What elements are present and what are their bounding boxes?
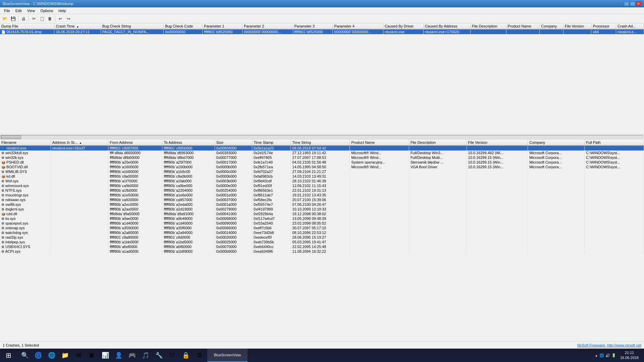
col-file-desc[interactable]: File Description <box>470 23 506 29</box>
taskbar-search[interactable]: 🔍 <box>18 349 32 362</box>
driver-row[interactable]: ⚙ dxgkrnl.sys fffff80b`a2ax0000 fffff80b… <box>0 207 644 212</box>
col-param4[interactable]: Parameter 4 <box>333 23 383 29</box>
menu-view[interactable]: View <box>24 8 38 13</box>
title-bar: BlueScreenView - C:\WINDOWS\Minidump ─ □… <box>0 0 644 7</box>
driver-row[interactable]: 🔵 ntoskrnl.exe ntoskrnl.exe+19ccf7 fffff… <box>0 145 644 150</box>
cell-fullpath <box>585 169 644 174</box>
restore-button[interactable]: □ <box>630 1 635 6</box>
driver-row[interactable]: ⚙ win32kfull.sys ffff d8da`d8600000 ffff… <box>0 150 644 155</box>
taskbar-tools[interactable]: 🔧 <box>152 349 166 362</box>
toolbar-print[interactable]: 🖨 <box>20 15 27 22</box>
col-param2[interactable]: Parameter 2 <box>242 23 293 29</box>
minimize-button[interactable]: ─ <box>624 1 629 6</box>
driver-list-pane[interactable]: Filename Address In St... ▲ From Address… <box>0 140 644 341</box>
driver-row[interactable]: ⚙ USBXHCI.SYS fffff80b`a6ef0000 fffff80b… <box>0 244 644 249</box>
cell-product <box>350 244 409 249</box>
taskbar-mail[interactable]: ✉ <box>72 349 85 362</box>
menu-help[interactable]: Help <box>56 8 69 13</box>
driver-row[interactable]: ⚙ NTFS.sys fffff80b`a1fb0000 fffff80b`a2… <box>0 188 644 193</box>
scroll-thumb[interactable] <box>1 135 21 139</box>
driver-row[interactable]: 📦 BOOTVID.dll fffff80b`a1600000 fffff80b… <box>0 165 644 169</box>
col-param1[interactable]: Parameter 1 <box>203 23 243 29</box>
col-address-in-st[interactable]: Address In St... ▲ <box>51 140 108 145</box>
crash-list-pane[interactable]: Dump File Crash Time ▲ Bug Check String … <box>0 23 644 134</box>
col-processor[interactable]: Processor <box>591 23 616 29</box>
toolbar-copy[interactable]: 📋 <box>38 15 46 22</box>
taskbar-remote[interactable]: 🖥 <box>193 349 206 362</box>
driver-row[interactable]: ⚙ Wof.sys fffff80b`a1f70000 fffff80b`a1f… <box>0 179 644 183</box>
taskbar-shield[interactable]: 🛡 <box>166 349 179 362</box>
toolbar-redo[interactable]: ↪ <box>65 15 72 22</box>
col-dump-file[interactable]: Dump File <box>0 23 54 29</box>
menu-options[interactable]: Options <box>38 8 56 13</box>
taskbar-active-app[interactable]: BlueScreenView <box>207 349 248 362</box>
driver-row[interactable]: ⚙ wimmount.sys fffff80b`ca9b0000 fffff80… <box>0 183 644 188</box>
col-param3[interactable]: Parameter 3 <box>293 23 333 29</box>
driver-row[interactable]: ⚙ ndiswan.sys fffff80b`ca920000 fffff80b… <box>0 197 644 202</box>
driver-row[interactable]: 📦 PSHED.dll fffff80b`a25e0000 fffff80b`a… <box>0 160 644 165</box>
taskbar-music[interactable]: 🎵 <box>139 349 152 362</box>
driver-row[interactable]: ⚙ mountmgr.sys fffff80b`a1e50000 fffff80… <box>0 193 644 197</box>
tray-battery[interactable]: 🔋 <box>611 353 616 358</box>
cell-address <box>51 221 108 226</box>
taskbar-people[interactable]: 👤 <box>112 349 125 362</box>
toolbar-open[interactable]: 📂 <box>1 15 9 22</box>
taskbar-explorer[interactable]: 📁 <box>58 349 72 362</box>
toolbar-cut[interactable]: ✂ <box>30 15 38 22</box>
taskbar-cortana[interactable]: 🌀 <box>32 349 45 362</box>
tray-arrow[interactable]: ▲ <box>595 354 598 357</box>
start-button[interactable]: ⊞ <box>0 349 17 362</box>
tray-volume[interactable]: 🔊 <box>605 353 610 358</box>
col-crash-addr[interactable]: Crash Ad... <box>616 23 644 29</box>
driver-row[interactable]: ⚙ spaceport.sys fffff80b`a1d40000 fffff8… <box>0 221 644 226</box>
driver-row[interactable]: ⚙ ACPI.sys fffff80b`a1ad0000 fffff80b`a1… <box>0 249 644 254</box>
col-bug-check-code[interactable]: Bug Check Code <box>164 23 203 29</box>
driver-row[interactable]: ⚙ WMILIB.SYS fffff80b`a1b90000 fffff80b`… <box>0 169 644 174</box>
taskbar-office[interactable]: 📊 <box>99 349 112 362</box>
col-caused-address[interactable]: Caused By Address <box>423 23 470 29</box>
menu-file[interactable]: File <box>1 8 13 13</box>
menu-edit[interactable]: Edit <box>13 8 24 13</box>
col-bug-check-string[interactable]: Bug Check String <box>101 23 163 29</box>
driver-row[interactable]: ⚙ ks.sys fffff80b`a9ae0000 fffff80b`a9b4… <box>0 216 644 221</box>
col-caused-driver[interactable]: Caused By Driver <box>383 23 423 29</box>
col-crash-time[interactable]: Crash Time ▲ <box>54 23 101 29</box>
taskbar-game[interactable]: 🎮 <box>125 349 139 362</box>
col-from-address[interactable]: From Address <box>108 140 162 145</box>
col-timestamp[interactable]: Time Stamp <box>252 140 291 145</box>
crash-row[interactable]: 📄 061618-7578-01.dmp 16.06.2018 20:27:11… <box>0 29 644 34</box>
nirsoft-link[interactable]: NirSoft Freeware. http://www.nirsoft.net <box>577 343 641 347</box>
taskbar-edge[interactable]: 🌐 <box>45 349 58 362</box>
driver-row[interactable]: 📦 kd.dll fffff80b`c8a00000 fffff80b`c8a0… <box>0 174 644 179</box>
col-company[interactable]: Company <box>528 140 585 145</box>
driver-row[interactable]: 📦 cdd.dll ffffd8da`d9a50000 ffffd8da`d9a… <box>0 212 644 216</box>
toolbar-save[interactable]: 💾 <box>9 15 17 22</box>
col-file-version-upper[interactable]: File Version <box>563 23 591 29</box>
scroll-track[interactable] <box>1 135 643 139</box>
driver-row[interactable]: ⚙ win32k.sys ffffd8da`d8b60000 ffffd8da`… <box>0 155 644 160</box>
tray-network[interactable]: 🌐 <box>599 353 604 358</box>
close-button[interactable]: ✕ <box>636 1 641 6</box>
taskbar-calc[interactable]: 🖩 <box>85 349 99 362</box>
col-company-upper[interactable]: Company <box>540 23 564 29</box>
driver-row[interactable]: ⚙ volsnap.sys fffff80b`a3590000 fffff80b… <box>0 226 644 230</box>
toolbar-delete[interactable]: 🗑 <box>46 15 54 22</box>
system-clock[interactable]: 21:11 16.06.2018 <box>618 350 641 361</box>
driver-row[interactable]: ⚙ watchdog.sys fffff80b`a2a80000 fffff80… <box>0 230 644 235</box>
cell-timestr: 18.12.2098 00:38:02 <box>291 212 350 216</box>
driver-row[interactable]: ⚙ intelpep.sys fffff80b`a1bb0000 fffff80… <box>0 240 644 244</box>
col-file-version[interactable]: File Version <box>467 140 528 145</box>
col-file-description[interactable]: File Description <box>409 140 467 145</box>
col-product-name-lower[interactable]: Product Name <box>350 140 409 145</box>
driver-row[interactable]: ⚙ rasl2tp.sys fffff801`c8a80000 fffff801… <box>0 235 644 240</box>
col-timestring[interactable]: Time String <box>291 140 350 145</box>
upper-scrollbar[interactable] <box>0 134 644 140</box>
col-size[interactable]: Size <box>215 140 252 145</box>
driver-row[interactable]: ⚙ vwifilt.sys fffff80b`a2ec0000 fffff80b… <box>0 202 644 207</box>
taskbar-vpn[interactable]: 🔒 <box>179 349 193 362</box>
col-product-name-upper[interactable]: Product Name <box>506 23 540 29</box>
col-filename[interactable]: Filename <box>0 140 51 145</box>
toolbar-undo[interactable]: ↩ <box>57 15 64 22</box>
col-full-path[interactable]: Full Path <box>585 140 644 145</box>
col-to-address[interactable]: To Address <box>162 140 215 145</box>
